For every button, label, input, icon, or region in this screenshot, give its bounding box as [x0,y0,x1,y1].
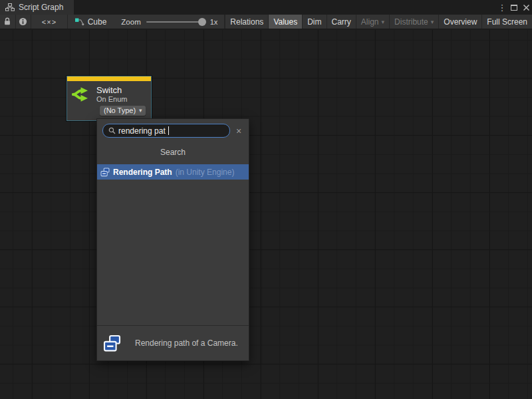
tab-bar-spacer [74,0,496,15]
fuzzy-finder-popup: rendering pat × Search Rendering Path (i… [96,118,249,361]
enum-type-value: (No Type) [104,106,136,114]
dim-button[interactable]: Dim [303,15,327,29]
search-row: rendering pat × [97,119,249,141]
text-caret [168,126,169,135]
maximize-icon [511,5,517,11]
chevron-down-icon: ▾ [139,107,142,114]
script-graph-icon [5,3,15,11]
search-section-header: Search [97,141,249,164]
search-icon [108,127,116,134]
relations-button[interactable]: Relations [225,15,269,29]
script-graph-window: Script Graph ⋮ [0,0,532,399]
lock-button[interactable] [0,15,16,29]
popup-close-button[interactable]: × [233,126,245,136]
footer-description: Rendering path of a Camera. [135,338,238,348]
zoom-control: Zoom 1x [114,15,225,29]
graph-canvas[interactable]: Switch On Enum (No Type) ▾ [0,30,532,399]
result-context: (in Unity Engine) [176,168,235,177]
enum-type-dropdown[interactable]: (No Type) ▾ [100,106,146,116]
distribute-dropdown[interactable]: Distribute ▾ [390,15,439,29]
full-screen-button[interactable]: Full Screen [482,15,532,29]
window-menu-button[interactable]: ⋮ [496,0,508,15]
graph-asset-icon [74,17,84,27]
enum-icon [100,168,110,177]
close-icon [523,4,530,11]
lock-icon [3,17,11,26]
switch-node-body: Switch On Enum (No Type) ▾ [67,81,151,120]
node-subtitle: On Enum [96,95,127,104]
graph-toolbar: <×> Cube Zoom 1x Relations Values Dim Ca… [0,15,532,29]
popup-footer: Rendering path of a Camera. [97,325,249,360]
switch-node[interactable]: Switch On Enum (No Type) ▾ [66,76,152,121]
switch-node-header [67,76,151,81]
chevron-down-icon: ▾ [431,19,434,25]
chevron-down-icon: ▾ [382,19,385,25]
values-button[interactable]: Values [269,15,303,29]
result-name: Rendering Path [113,168,172,177]
distribute-label: Distribute [394,17,428,27]
align-dropdown[interactable]: Align ▾ [356,15,390,29]
enum-icon-large [103,334,121,352]
graph-target-label: Cube [88,17,107,27]
node-title: Switch [96,85,127,95]
close-button[interactable] [520,0,532,15]
maximize-button[interactable] [508,0,520,15]
align-label: Align [361,17,379,27]
search-result-rendering-path[interactable]: Rendering Path (in Unity Engine) [97,164,249,180]
zoom-slider-handle[interactable] [198,18,206,26]
info-icon [19,17,27,26]
switch-icon [72,85,92,104]
search-input[interactable]: rendering pat [102,124,230,138]
carry-button[interactable]: Carry [327,15,356,29]
tab-script-graph[interactable]: Script Graph [0,0,74,15]
zoom-slider[interactable] [146,21,205,23]
search-input-text: rendering pat [118,126,166,136]
inspect-button[interactable] [16,15,32,29]
zoom-label: Zoom [121,18,140,26]
value-connections-toggle[interactable]: <×> [31,15,67,29]
graph-target[interactable]: Cube [68,15,115,29]
overview-button[interactable]: Overview [439,15,482,29]
toolbar-right-group: Relations Values Dim Carry Align ▾ Distr… [225,15,532,29]
tab-bar: Script Graph ⋮ [0,0,532,15]
tab-title: Script Graph [19,3,63,12]
zoom-value: 1x [210,18,218,26]
result-list-empty-area [97,180,249,325]
